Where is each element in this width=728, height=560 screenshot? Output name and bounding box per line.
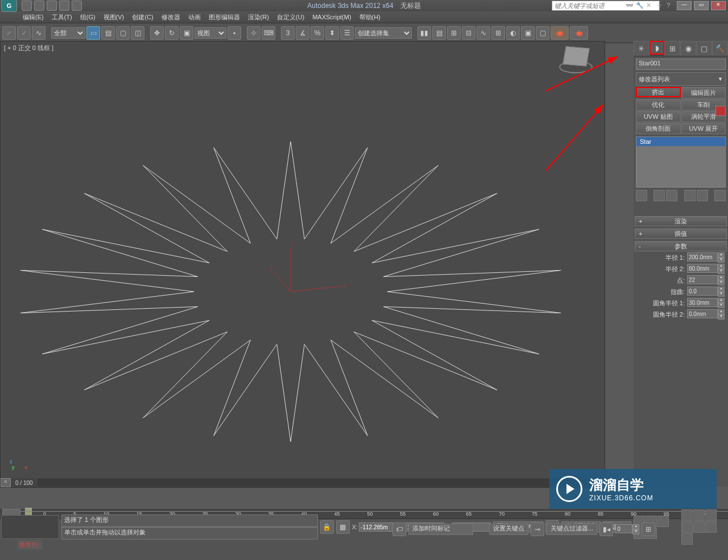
mini-curve-editor[interactable] [1, 515, 59, 539]
menu-edit[interactable]: 编辑(E) [23, 13, 44, 22]
add-timetag-button[interactable]: 添加时间标记 [408, 524, 473, 535]
window-crossing-icon[interactable]: ◫ [131, 26, 144, 40]
menu-rendering[interactable]: 渲染(R) [248, 13, 269, 22]
menu-customize[interactable]: 自定义(U) [277, 13, 304, 22]
unlink-icon[interactable]: ⟋ [17, 26, 31, 40]
timetag-icon[interactable]: 🏷 [392, 522, 406, 536]
extrude-button[interactable]: 挤出 [636, 87, 681, 97]
help-icon[interactable]: ? [667, 2, 675, 10]
close-button[interactable]: ✕ [711, 1, 726, 10]
zoomext-icon[interactable] [705, 509, 717, 521]
uvwunwrap-button[interactable]: UVW 展开 [681, 123, 726, 134]
pin-icon[interactable] [636, 190, 647, 201]
menu-tools[interactable]: 工具(T) [52, 13, 72, 22]
menu-create[interactable]: 创建(C) [132, 13, 153, 22]
pan-icon[interactable] [693, 521, 705, 533]
menu-grapheditors[interactable]: 图形编辑器 [209, 13, 240, 22]
modifier-list-dropdown[interactable]: 修改器列表▼ [636, 72, 726, 86]
stack-item-star[interactable]: Star [636, 137, 725, 146]
app-logo[interactable]: G [1, 0, 17, 12]
param-input[interactable] [687, 309, 718, 318]
param-input[interactable] [687, 287, 718, 296]
configure-icon[interactable] [697, 190, 708, 201]
frame-pk-icon[interactable]: ▮◂ [599, 522, 613, 536]
setkey-button[interactable]: 设置关键点 [489, 524, 528, 535]
param-input[interactable] [687, 252, 718, 262]
display-tab-icon[interactable]: ▢ [696, 41, 712, 56]
snap3-icon[interactable]: 3 [281, 26, 295, 40]
uvwmap-button[interactable]: UVW 贴图 [636, 111, 681, 122]
menu-group[interactable]: 组(G) [80, 13, 96, 22]
rotate-icon[interactable]: ↻ [165, 26, 179, 40]
scroll-left-icon[interactable]: < [1, 478, 11, 487]
align-icon[interactable]: ▤ [432, 26, 446, 40]
menu-help[interactable]: 帮助(H) [359, 13, 380, 22]
menu-view[interactable]: 视图(V) [104, 13, 125, 22]
scale-icon[interactable]: ▣ [180, 26, 193, 40]
star-icon[interactable]: ☆ [656, 2, 664, 10]
undo-icon[interactable] [59, 1, 69, 11]
snapangle-icon[interactable]: ∡ [296, 26, 309, 40]
motion-tab-icon[interactable]: ◉ [680, 41, 696, 56]
fov-icon[interactable] [681, 521, 693, 533]
modify-tab-icon[interactable]: ◗ [650, 41, 664, 55]
create-tab-icon[interactable]: ✳ [634, 41, 650, 56]
lock-icon[interactable]: 🔒 [320, 520, 334, 534]
editpatch-button[interactable]: 编辑面片 [681, 87, 726, 98]
menu-maxscript[interactable]: MAXScript(M) [312, 14, 351, 20]
curve-icon[interactable]: ∿ [477, 26, 490, 40]
refcoord-select[interactable]: 视图 [195, 27, 226, 39]
menu-animation[interactable]: 动画 [188, 13, 201, 22]
material-icon[interactable]: ◐ [506, 26, 520, 40]
zoom-icon[interactable] [681, 509, 693, 521]
select-icon[interactable]: ▭ [86, 26, 100, 40]
keyfilter-icon[interactable]: ⊸ [531, 522, 544, 536]
scroll-track[interactable] [38, 479, 594, 487]
x-coord-input[interactable] [359, 522, 398, 532]
spinnersnap-icon[interactable]: ⬍ [325, 26, 339, 40]
play-icon[interactable] [657, 516, 669, 527]
rendersetup-icon[interactable]: ▣ [521, 26, 535, 40]
remove-mod-icon[interactable] [684, 190, 696, 201]
object-color-swatch[interactable] [715, 106, 726, 116]
select-region-icon[interactable]: ▢ [116, 26, 130, 40]
hierarchy-tab-icon[interactable]: ⊞ [664, 41, 680, 56]
schematic-icon[interactable]: ⊞ [491, 26, 505, 40]
maximize-button[interactable]: ▭ [694, 1, 709, 10]
bind-icon[interactable]: ∿ [32, 26, 46, 40]
renderlast-icon[interactable]: 🫖 [570, 26, 588, 40]
stack-options-icon[interactable] [714, 190, 726, 201]
maxview-icon[interactable] [681, 533, 693, 545]
menu-modifiers[interactable]: 修改器 [162, 13, 180, 22]
manipulate-icon[interactable]: ⊹ [247, 26, 260, 40]
move-icon[interactable]: ✥ [150, 26, 164, 40]
editnamed-icon[interactable]: ☰ [340, 26, 354, 40]
modifier-stack[interactable]: Star [636, 136, 726, 188]
arc-icon[interactable] [705, 521, 717, 533]
select-name-icon[interactable]: ▤ [101, 26, 115, 40]
zoomall-icon[interactable] [693, 509, 705, 521]
optimize-button[interactable]: 优化 [636, 99, 681, 110]
link-icon[interactable]: ⟋ [2, 26, 16, 40]
renderframe-icon[interactable]: ▢ [536, 26, 549, 40]
key-icon[interactable]: 🔧 [636, 2, 644, 10]
layermgr-icon[interactable]: ⊟ [462, 26, 475, 40]
bevelprofile-button[interactable]: 倒角剖面 [636, 123, 681, 134]
show-end-icon[interactable] [653, 190, 665, 201]
layers-icon[interactable]: ⊞ [447, 26, 461, 40]
open-icon[interactable] [34, 1, 44, 11]
redo-icon[interactable] [72, 1, 82, 11]
exchange-icon[interactable]: ✕ [646, 2, 654, 10]
coord-mode-icon[interactable]: ▦ [336, 520, 350, 534]
snappercent-icon[interactable]: % [311, 26, 324, 40]
render-icon[interactable]: 🫖 [551, 26, 569, 40]
timeconfig2-icon[interactable]: ⊞ [642, 522, 655, 536]
param-input[interactable] [687, 275, 718, 284]
param-input[interactable] [687, 264, 718, 273]
make-unique-icon[interactable] [666, 190, 677, 201]
object-name-input[interactable]: Star001 [636, 59, 726, 70]
frame-input[interactable] [615, 524, 632, 533]
keyboard-icon[interactable]: ⌨ [262, 26, 275, 40]
mirror-icon[interactable]: ▮▮ [417, 26, 431, 40]
save-icon[interactable] [47, 1, 57, 11]
